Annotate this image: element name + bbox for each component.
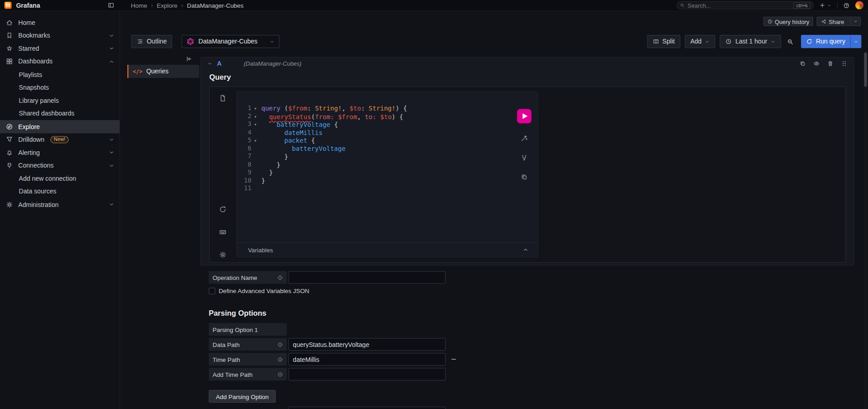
fold-icon[interactable]: ▾ xyxy=(254,113,262,121)
outline-button[interactable]: Outline xyxy=(131,35,172,48)
remove-time-path-button[interactable] xyxy=(450,356,457,363)
user-avatar[interactable] xyxy=(855,1,863,9)
query-ref-id[interactable]: A xyxy=(217,60,222,67)
toggle-visibility-icon[interactable] xyxy=(813,60,820,67)
sidebar-item-alerting[interactable]: Alerting xyxy=(0,146,120,159)
remove-query-icon[interactable] xyxy=(827,60,834,67)
add-time-path-input[interactable] xyxy=(288,368,446,380)
sidebar-item-label: Snapshots xyxy=(19,84,49,91)
scrollbar-thumb[interactable] xyxy=(864,53,867,87)
sidebar-item-connections[interactable]: Connections xyxy=(0,159,120,172)
collapse-row-icon[interactable] xyxy=(207,61,213,66)
new-menu-button[interactable] xyxy=(820,2,832,8)
copy-query-icon[interactable] xyxy=(520,173,528,181)
help-icon[interactable] xyxy=(843,2,850,9)
breadcrumb-item[interactable]: Home xyxy=(131,2,147,9)
keyboard-shortcuts-icon[interactable] xyxy=(218,228,227,236)
data-path-input[interactable] xyxy=(288,338,446,351)
breadcrumb-separator: › xyxy=(181,2,183,8)
code-editor[interactable]: 1▾query ($from: String!, $to: String!) {… xyxy=(237,92,538,242)
datasource-picker[interactable]: DataManager-Cubes xyxy=(182,35,280,48)
sidebar-item-home[interactable]: Home xyxy=(0,16,120,29)
time-range-label: Last 1 hour xyxy=(735,38,767,45)
breadcrumb-item[interactable]: Explore xyxy=(157,2,178,9)
graphql-icon xyxy=(187,38,194,45)
drag-handle-icon[interactable] xyxy=(841,60,848,67)
chevron-down-icon xyxy=(108,149,114,155)
outline-icon xyxy=(137,38,144,45)
query-options-form: Operation Name Define Advanced Variables… xyxy=(209,271,596,409)
next-option-input[interactable] xyxy=(288,407,446,409)
time-path-input[interactable] xyxy=(288,353,446,366)
code-line: 10} xyxy=(237,177,538,185)
advanced-variables-checkbox[interactable]: Define Advanced Variables JSON xyxy=(209,288,596,294)
new-badge: New! xyxy=(51,136,69,143)
scrollbar[interactable] xyxy=(863,51,868,409)
line-number: 8 xyxy=(237,161,254,169)
checkbox-box[interactable] xyxy=(209,288,215,294)
sidebar-item-add-new-connection[interactable]: Add new connection xyxy=(0,172,120,185)
line-number: 3 xyxy=(237,120,254,129)
parsing-fields: Data PathTime PathAdd Time Path xyxy=(209,338,596,380)
bookmark-icon xyxy=(5,32,13,39)
merge-fragments-icon[interactable] xyxy=(520,154,528,162)
refresh-schema-icon[interactable] xyxy=(218,205,227,213)
search-input[interactable]: Search... ctrl+k xyxy=(676,1,814,9)
sidebar-item-library-panels[interactable]: Library panels xyxy=(0,94,120,107)
sidebar-item-snapshots[interactable]: Snapshots xyxy=(0,81,120,94)
sidebar-item-shared-dashboards[interactable]: Shared dashboards xyxy=(0,107,120,120)
sidebar-item-starred[interactable]: Starred xyxy=(0,42,120,55)
share-button[interactable]: Share xyxy=(816,17,861,26)
pane-tools xyxy=(520,135,528,181)
sidebar-item-drilldown[interactable]: DrilldownNew! xyxy=(0,133,120,146)
query-history-button[interactable]: Query history xyxy=(763,17,813,26)
fold-icon[interactable]: ▾ xyxy=(254,105,262,113)
sidebar-item-administration[interactable]: Administration xyxy=(0,198,120,211)
add-button[interactable]: Add xyxy=(685,35,716,48)
grafana-app: Grafana Home›Explore›DataManager-Cubes S… xyxy=(0,0,868,409)
code-line: 7 } xyxy=(237,153,538,161)
sidebar-item-data-sources[interactable]: Data sources xyxy=(0,185,120,198)
sidebar-item-explore[interactable]: Explore xyxy=(0,120,120,133)
share-dropdown[interactable] xyxy=(850,17,860,25)
split-button[interactable]: Split xyxy=(647,35,680,48)
code-line: 1▾query ($from: String!, $to: String!) { xyxy=(237,105,538,113)
variables-toggle[interactable]: Variables xyxy=(237,242,538,257)
sidebar-item-dashboards[interactable]: Dashboards xyxy=(0,55,120,68)
fold-icon[interactable]: ▾ xyxy=(254,120,262,129)
breadcrumb-item[interactable]: DataManager-Cubes xyxy=(187,2,244,9)
code-line: 6 batteryVoltage xyxy=(237,144,538,153)
line-number: 4 xyxy=(237,129,254,137)
line-number: 5 xyxy=(237,137,254,145)
search-shortcut: ctrl+k xyxy=(794,2,810,9)
fold-gutter xyxy=(254,129,262,137)
fold-gutter xyxy=(254,177,262,185)
query-section-title: Query xyxy=(201,70,853,82)
docs-icon[interactable] xyxy=(218,94,227,102)
split-label: Split xyxy=(662,38,674,45)
sidebar-item-bookmarks[interactable]: Bookmarks xyxy=(0,29,120,42)
zoom-out-button[interactable] xyxy=(785,35,797,48)
add-label: Add xyxy=(690,38,702,45)
grafana-logo[interactable] xyxy=(5,2,12,9)
field-label-data-path: Data Path xyxy=(209,338,286,351)
operation-name-input[interactable] xyxy=(288,271,446,284)
prettify-icon[interactable] xyxy=(520,135,528,142)
execute-query-button[interactable] xyxy=(517,109,532,124)
run-query-button[interactable]: Run query xyxy=(801,35,861,48)
sidebar-item-playlists[interactable]: Playlists xyxy=(0,68,120,81)
toggle-mega-menu-icon[interactable] xyxy=(108,2,115,9)
run-query-dropdown[interactable] xyxy=(850,35,861,48)
add-parsing-option-button[interactable]: Add Parsing Option xyxy=(209,390,276,403)
duplicate-query-icon[interactable] xyxy=(800,60,806,67)
outline-item-queries[interactable]: </> Queries xyxy=(127,65,199,78)
sidebar-item-label: Connections xyxy=(18,162,53,169)
fold-icon[interactable]: ▾ xyxy=(254,137,262,145)
collapse-outline-icon[interactable] xyxy=(185,55,193,63)
query-pane: 1▾query ($from: String!, $to: String!) {… xyxy=(236,91,538,257)
time-range-picker[interactable]: Last 1 hour xyxy=(720,35,781,48)
editor-settings-icon[interactable] xyxy=(218,250,227,259)
line-number: 1 xyxy=(237,105,254,113)
sidebar-nav: HomeBookmarksStarredDashboardsPlaylistsS… xyxy=(0,11,120,409)
line-number: 10 xyxy=(237,177,254,185)
